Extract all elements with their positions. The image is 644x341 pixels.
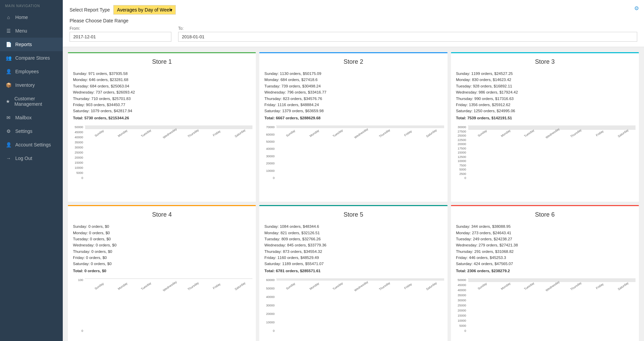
store-stats: Sunday: 344 orders, $38088.95Monday: 273… (456, 223, 634, 274)
sidebar-item-employees[interactable]: 👤Employees (0, 65, 63, 78)
store-title: Store 6 (456, 211, 634, 218)
store-card-content: Store 5 Sunday: 1084 orders, $48344.6Mon… (259, 206, 447, 278)
chart-grid-bars (468, 125, 636, 126)
store-card-content: Store 4 Sunday: 0 orders, $0Monday: 0 or… (68, 206, 256, 278)
chart-main: SundayMondayTuesdayWednesdayThursdayFrid… (468, 125, 636, 140)
chart-label: Saturday (229, 280, 252, 293)
to-date-input[interactable] (178, 32, 637, 42)
chart-grid-bars (276, 278, 444, 279)
store-card-4: Store 4 Sunday: 0 orders, $0Monday: 0 or… (68, 205, 256, 341)
store-card-1: Store 1 Sunday: 971 orders, $37935.58Mon… (68, 52, 256, 202)
store-stats: Sunday: 1130 orders, $50175.09Monday: 68… (264, 71, 442, 121)
sidebar-item-inventory[interactable]: 📦Inventory (0, 78, 63, 92)
chart-y-axis: 1000 (71, 278, 85, 333)
report-type-select[interactable]: Averages by Day of Week (113, 5, 176, 15)
sidebar-item-customer-management[interactable]: ★Customer Management (0, 92, 63, 111)
chart-label: Thursday (374, 127, 398, 140)
date-inputs: From: To: (70, 26, 637, 42)
chart-label: Sunday (89, 280, 113, 293)
chart-wrapper: 1000 SundayMondayTuesdayWednesdayThursda… (68, 278, 256, 341)
nav-label-mailbox: Mailbox (15, 115, 32, 120)
nav-icon-inventory: 📦 (5, 82, 12, 88)
nav-icon-employees: 👤 (5, 69, 12, 74)
chart-label: Wednesday (351, 127, 375, 140)
sidebar-item-menu[interactable]: ☰Menu (0, 24, 63, 38)
chart-labels: SundayMondayTuesdayWednesdayThursdayFrid… (276, 127, 444, 140)
store-title: Store 4 (73, 211, 251, 218)
chart-wrapper: 3000027500250002250020000175001500012500… (451, 125, 639, 202)
store-card-content: Store 3 Sunday: 1199 orders, $24527.25Mo… (451, 53, 639, 125)
chart-label: Tuesday (327, 127, 351, 140)
chart-label: Friday (398, 280, 422, 293)
chart-wrapper: 6000050000400003000020000100000 SundayMo… (259, 278, 447, 341)
nav-label-home: Home (15, 15, 28, 20)
sidebar: MAIN NAVIGATION ⌂Home☰Menu📄Reports👥Compa… (0, 0, 63, 341)
chart-label: Sunday (280, 127, 304, 140)
stores-grid: Store 1 Sunday: 971 orders, $37935.58Mon… (63, 47, 644, 341)
nav-items: ⌂Home☰Menu📄Reports👥Compare Stores👤Employ… (0, 11, 63, 165)
chart-grid-bars (468, 278, 636, 279)
nav-icon-customer-management: ★ (5, 99, 11, 104)
to-date-field: To: (178, 26, 637, 42)
settings-icon[interactable]: ⚙ (634, 5, 639, 12)
chart-label: Thursday (183, 280, 207, 293)
chart-label: Monday (304, 280, 328, 293)
chart-label: Monday (304, 127, 328, 140)
chart-grid-bars (85, 278, 252, 279)
chart-grid-bars (276, 125, 444, 126)
sidebar-item-reports[interactable]: 📄Reports (0, 38, 63, 51)
chart-main: SundayMondayTuesdayWednesdayThursdayFrid… (468, 278, 636, 293)
store-card-5: Store 5 Sunday: 1084 orders, $48344.6Mon… (259, 205, 447, 341)
to-label: To: (178, 26, 637, 31)
sidebar-item-mailbox[interactable]: ✉Mailbox (0, 111, 63, 124)
chart-labels: SundayMondayTuesdayWednesdayThursdayFrid… (276, 280, 444, 293)
store-stats: Sunday: 971 orders, $37935.58Monday: 646… (73, 71, 251, 121)
top-bar: Select Report Type Averages by Day of We… (63, 0, 644, 47)
chart-wrapper: 5000045000400003500030000250002000015000… (68, 125, 256, 202)
chart-wrapper: 700006000050000400003000020000100000 Sun… (259, 125, 447, 202)
chart-outer: 700006000050000400003000020000100000 Sun… (261, 125, 446, 200)
nav-label-compare-stores: Compare Stores (15, 55, 50, 61)
chart-label: Tuesday (136, 280, 160, 293)
chart-labels: SundayMondayTuesdayWednesdayThursdayFrid… (85, 280, 252, 293)
chart-label: Friday (398, 127, 422, 140)
nav-icon-settings: ⚙ (5, 128, 12, 134)
store-stats: Sunday: 1199 orders, $24527.25Monday: 83… (456, 71, 634, 121)
nav-icon-compare-stores: 👥 (5, 55, 12, 61)
chart-grid-bars (85, 125, 252, 126)
report-type-select-wrapper[interactable]: Averages by Day of Week (113, 5, 176, 15)
chart-label: Wednesday (351, 280, 375, 293)
chart-y-axis: 5000045000400003500030000250002000015000… (454, 278, 468, 333)
sidebar-item-log-out[interactable]: →Log Out (0, 152, 63, 165)
store-title: Store 2 (264, 58, 442, 65)
sidebar-item-compare-stores[interactable]: 👥Compare Stores (0, 51, 63, 65)
report-type-row: Select Report Type Averages by Day of We… (70, 5, 637, 15)
nav-label-account-settings: Account Settings (15, 142, 51, 147)
store-title: Store 1 (73, 58, 251, 65)
chart-main: SundayMondayTuesdayWednesdayThursdayFrid… (85, 125, 252, 140)
nav-icon-mailbox: ✉ (5, 115, 12, 120)
nav-icon-menu: ☰ (5, 28, 12, 34)
sidebar-item-account-settings[interactable]: 👤Account Settings (0, 138, 63, 152)
from-date-input[interactable] (70, 32, 171, 42)
chart-label: Tuesday (327, 280, 351, 293)
store-card-3: Store 3 Sunday: 1199 orders, $24527.25Mo… (451, 52, 639, 202)
chart-label: Thursday (374, 280, 398, 293)
from-date-field: From: (70, 26, 171, 42)
chart-label: Monday (112, 280, 136, 293)
date-range-label: Please Choose Date Range (70, 18, 637, 23)
nav-label-settings: Settings (15, 128, 33, 134)
nav-label-log-out: Log Out (15, 156, 32, 161)
nav-icon-reports: 📄 (5, 42, 12, 47)
chart-y-axis: 3000027500250002250020000175001500012500… (454, 125, 468, 180)
sidebar-item-home[interactable]: ⌂Home (0, 11, 63, 24)
store-stats: Sunday: 0 orders, $0Monday: 0 orders, $0… (73, 223, 251, 274)
main-content: Select Report Type Averages by Day of We… (63, 0, 644, 341)
chart-label: Saturday (421, 280, 444, 293)
sidebar-item-settings[interactable]: ⚙Settings (0, 124, 63, 138)
chart-y-axis: 6000050000400003000020000100000 (263, 278, 276, 333)
nav-header: MAIN NAVIGATION (0, 0, 63, 11)
chart-label: Friday (206, 280, 230, 293)
store-title: Store 5 (264, 211, 442, 218)
store-card-content: Store 6 Sunday: 344 orders, $38088.95Mon… (451, 206, 639, 278)
